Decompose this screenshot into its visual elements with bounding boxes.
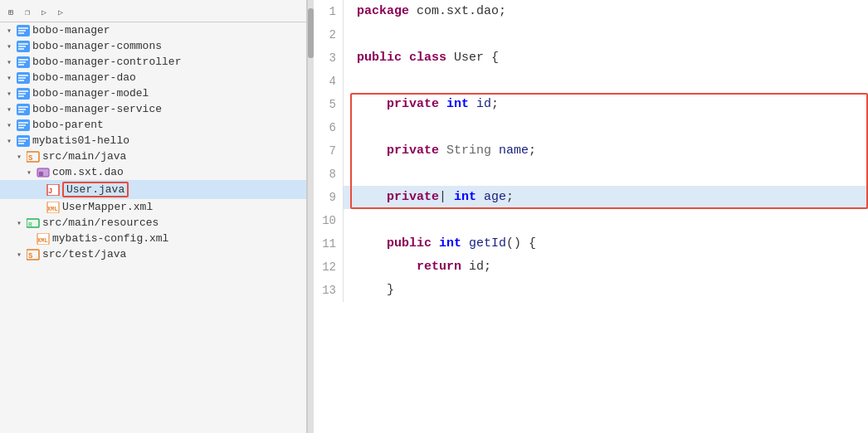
code-line-4: 4 [314,70,868,93]
src-icon: S [27,151,40,163]
file-label: src/main/java [42,150,126,163]
file-label: UserMapper.xml [62,201,153,213]
sidebar-item-src-main-resources[interactable]: ▾Rsrc/main/resources [0,215,306,231]
sidebar-item-mybatis01-hello[interactable]: ▾mybatis01-hello [0,133,306,148]
line-content-3[interactable]: public class User { [344,46,868,70]
line-content-1[interactable]: package com.sxt.dao; [344,0,868,23]
editor-scrollbar[interactable] [307,0,314,433]
sidebar-item-src-test-java[interactable]: ▾Ssrc/test/java [0,246,306,262]
scrollbar-thumb[interactable] [308,8,314,58]
line-number-11: 11 [314,232,344,255]
svg-text:XML: XML [47,206,58,212]
sidebar-item-mybatis-config-xml[interactable]: XMLmybatis-config.xml [0,231,306,246]
sidebar-item-src-main-java[interactable]: ▾Ssrc/main/java [0,148,306,164]
line-content-10[interactable] [344,209,868,232]
sidebar-item-bobo-parent[interactable]: ▾bobo-parent [0,117,306,133]
sidebar-item-bobo-manager-dao[interactable]: ▾bobo-manager-dao [0,70,306,85]
file-label: bobo-manager-service [32,103,162,115]
line-content-11[interactable]: public int getId() { [344,232,868,255]
file-label: bobo-parent [32,119,104,131]
line-content-4[interactable] [344,70,868,93]
line-number-3: 3 [314,46,344,70]
file-label: bobo-manager [32,24,110,36]
module-icon [17,41,30,52]
module-icon [17,119,30,131]
line-number-2: 2 [314,23,344,46]
file-label: bobo-manager-dao [32,71,136,84]
res-icon: R [27,217,40,229]
collapse-icon[interactable]: ⊞ [3,5,18,20]
line-number-10: 10 [314,209,344,232]
file-label: src/main/resources [42,216,158,229]
file-label: bobo-manager-controller [32,56,181,68]
sidebar-toolbar: ⊞ ❐ ▷ ▷ [0,3,306,22]
run-icon[interactable]: ▷ [37,5,51,20]
line-content-6[interactable] [344,116,868,139]
code-area: 1package com.sxt.dao;2 3public class Use… [314,0,868,433]
file-label: src/test/java [42,248,126,260]
sidebar-item-bobo-manager-commons[interactable]: ▾bobo-manager-commons [0,38,306,54]
line-number-7: 7 [314,139,344,163]
code-line-2: 2 [314,23,868,46]
file-label: com.sxt.dao [52,166,124,178]
module-icon [17,104,30,115]
code-line-6: 6 [314,116,868,139]
sidebar-item-bobo-manager-model[interactable]: ▾bobo-manager-model [0,85,306,101]
file-label: bobo-manager-commons [32,40,162,52]
code-line-9: 9 private| int age; [314,186,868,209]
code-line-12: 12 return id; [314,255,868,279]
code-line-11: 11 public int getId() { [314,232,868,255]
xml-icon: XML [46,202,60,213]
file-tree-sidebar: ⊞ ❐ ▷ ▷ ▾bobo-manager▾bobo-manager-commo… [0,0,307,433]
xml-icon: XML [37,233,50,245]
code-line-8: 8 [314,163,868,186]
sidebar-item-bobo-manager[interactable]: ▾bobo-manager [0,22,306,38]
svg-text:S: S [28,252,33,260]
line-content-2[interactable] [344,23,868,46]
line-content-9[interactable]: private| int age; [344,186,868,209]
svg-text:⊞: ⊞ [39,170,43,178]
line-number-9: 9 [314,186,344,209]
module-icon [17,88,30,100]
line-number-4: 4 [314,70,344,93]
line-content-13[interactable]: } [344,279,868,302]
file-label: mybatis01-hello [32,134,129,147]
module-icon [17,25,30,36]
line-number-8: 8 [314,163,344,186]
line-number-6: 6 [314,116,344,139]
line-content-8[interactable] [344,163,868,186]
code-line-3: 3public class User { [314,46,868,70]
pkg-icon: ⊞ [37,167,50,178]
line-content-12[interactable]: return id; [344,255,868,279]
line-number-13: 13 [314,279,344,302]
line-content-7[interactable]: private String name; [344,139,868,163]
line-content-5[interactable]: private int id; [344,93,868,116]
code-line-10: 10 [314,209,868,232]
sidebar-item-bobo-manager-controller[interactable]: ▾bobo-manager-controller [0,54,306,70]
svg-text:S: S [28,154,33,163]
file-label: mybatis-config.xml [52,232,168,245]
module-icon [17,135,30,147]
svg-text:R: R [28,221,32,228]
code-line-13: 13 } [314,279,868,302]
line-number-1: 1 [314,0,344,23]
sidebar-item-bobo-manager-service[interactable]: ▾bobo-manager-service [0,101,306,117]
svg-text:J: J [48,187,52,196]
sidebar-item-com-sxt-dao[interactable]: ▾⊞com.sxt.dao [0,164,306,180]
sidebar-item-usermapper-xml[interactable]: XMLUserMapper.xml [0,199,306,215]
code-wrapper: 1package com.sxt.dao;2 3public class Use… [314,0,868,302]
file-label: bobo-manager-model [32,87,149,100]
sidebar-item-user-java[interactable]: JUser.java [0,180,306,199]
code-line-5: 5 private int id; [314,93,868,116]
module-icon [17,56,30,68]
file-label: User.java [62,182,129,197]
code-line-1: 1package com.sxt.dao; [314,0,868,23]
module-icon [17,72,30,84]
svg-text:XML: XML [37,237,48,244]
src-icon: S [27,249,40,260]
expand-icon[interactable]: ❐ [20,5,35,20]
debug-icon[interactable]: ▷ [53,5,68,20]
project-tree: ▾bobo-manager▾bobo-manager-commons▾bobo-… [0,22,306,262]
java-icon: J [46,184,60,196]
code-editor: 1package com.sxt.dao;2 3public class Use… [314,0,868,433]
